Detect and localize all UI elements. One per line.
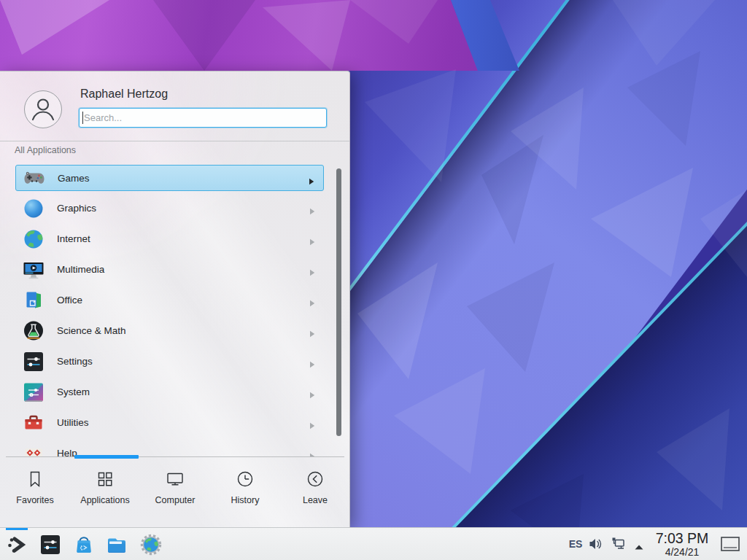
settings-sliders-icon	[22, 350, 45, 373]
multimedia-monitor-icon	[22, 258, 45, 281]
app-grid-icon	[96, 470, 115, 491]
category-label: Settings	[57, 349, 93, 375]
category-row-science-math[interactable]: Science & Math	[15, 318, 324, 344]
category-row-office[interactable]: Office	[15, 287, 324, 314]
user-name: Raphael Hertzog	[80, 88, 168, 101]
header-separator	[0, 141, 349, 141]
folder-icon	[105, 533, 128, 556]
globe-gear-icon	[139, 533, 163, 556]
launcher-tab-bar: Favorites Applications Computer History	[0, 456, 350, 528]
volume-icon[interactable]	[588, 537, 603, 554]
category-row-multimedia[interactable]: Multimedia	[15, 257, 324, 283]
desktop: Raphael Hertzog All Applications Games	[0, 0, 747, 560]
submenu-arrow-icon	[309, 175, 314, 188]
tab-label: Favorites	[0, 495, 70, 505]
tab-history[interactable]: History	[210, 465, 280, 505]
tab-label: Leave	[280, 495, 350, 505]
submenu-arrow-icon	[309, 419, 315, 432]
application-launcher-menu: Raphael Hertzog All Applications Games	[0, 71, 350, 527]
wallpaper-streak	[0, 0, 747, 71]
file-manager-button[interactable]	[105, 533, 128, 556]
category-label: Office	[57, 287, 82, 314]
leave-circle-icon	[306, 470, 325, 491]
web-browser-button[interactable]	[139, 533, 163, 556]
tabbar-separator	[6, 456, 344, 457]
clock-date: 4/24/21	[650, 546, 714, 558]
system-sliders-icon	[22, 381, 45, 404]
category-label: Graphics	[57, 195, 96, 222]
tab-computer[interactable]: Computer	[140, 465, 210, 505]
submenu-arrow-icon	[309, 205, 315, 218]
submenu-arrow-icon	[309, 450, 315, 456]
globe-icon	[22, 228, 45, 251]
computer-monitor-icon	[166, 470, 185, 491]
category-row-help[interactable]: Help	[15, 440, 324, 456]
submenu-arrow-icon	[309, 389, 315, 402]
digital-clock[interactable]: 7:03 PM 4/24/21	[650, 531, 714, 558]
active-task-indicator	[6, 528, 28, 530]
keyboard-layout-indicator[interactable]: ES	[566, 538, 585, 550]
category-label: Games	[58, 166, 90, 192]
tab-favorites[interactable]: Favorites	[0, 465, 70, 505]
category-label: System	[57, 379, 90, 405]
sphere-icon	[22, 197, 45, 220]
active-tab-indicator	[74, 455, 139, 459]
taskbar-panel: ES 7:03 PM 4/24/21	[0, 527, 747, 560]
category-label: Science & Math	[57, 318, 126, 344]
system-settings-icon	[39, 533, 62, 556]
office-documents-icon	[22, 289, 45, 312]
category-row-internet[interactable]: Internet	[15, 226, 324, 252]
wallpaper-purple-band	[0, 0, 747, 71]
submenu-arrow-icon	[309, 266, 315, 279]
bookmark-icon	[26, 470, 44, 491]
user-avatar[interactable]	[24, 90, 62, 128]
discover-bag-icon	[72, 533, 96, 556]
category-row-system[interactable]: System	[15, 379, 324, 405]
tab-label: History	[210, 495, 280, 505]
help-icon	[22, 442, 45, 456]
category-row-utilities[interactable]: Utilities	[15, 410, 324, 436]
show-desktop-button[interactable]	[721, 537, 740, 551]
category-row-graphics[interactable]: Graphics	[15, 195, 324, 222]
scrollbar[interactable]	[336, 168, 341, 436]
submenu-arrow-icon	[309, 327, 315, 341]
text-caret	[82, 112, 83, 124]
expand-tray-icon[interactable]	[634, 540, 644, 553]
tab-label: Applications	[70, 495, 140, 505]
submenu-arrow-icon	[309, 297, 315, 310]
network-icon[interactable]	[611, 537, 626, 554]
desktop-rect-icon	[721, 537, 740, 551]
history-clock-icon	[236, 470, 255, 491]
tab-leave[interactable]: Leave	[280, 465, 350, 505]
system-settings-button[interactable]	[39, 533, 62, 556]
utilities-toolbox-icon	[22, 411, 45, 435]
category-row-settings[interactable]: Settings	[15, 349, 324, 375]
discover-button[interactable]	[72, 533, 96, 556]
application-launcher-button[interactable]	[6, 533, 29, 556]
science-flask-icon	[22, 319, 45, 343]
search-input[interactable]	[79, 108, 327, 128]
submenu-arrow-icon	[309, 358, 315, 371]
category-list: Games Graphics	[0, 163, 350, 456]
category-label: Utilities	[57, 410, 89, 436]
gamepad-icon	[23, 166, 46, 190]
category-label: Multimedia	[57, 257, 104, 283]
tab-applications[interactable]: Applications	[70, 465, 140, 505]
section-label: All Applications	[15, 145, 76, 155]
clock-time: 7:03 PM	[650, 531, 714, 546]
tab-label: Computer	[140, 495, 210, 505]
category-row-games[interactable]: Games	[15, 165, 324, 191]
category-label: Help	[57, 440, 77, 456]
submenu-arrow-icon	[309, 236, 315, 249]
category-label: Internet	[57, 226, 90, 252]
user-icon	[26, 92, 61, 127]
kickoff-icon	[6, 533, 29, 556]
